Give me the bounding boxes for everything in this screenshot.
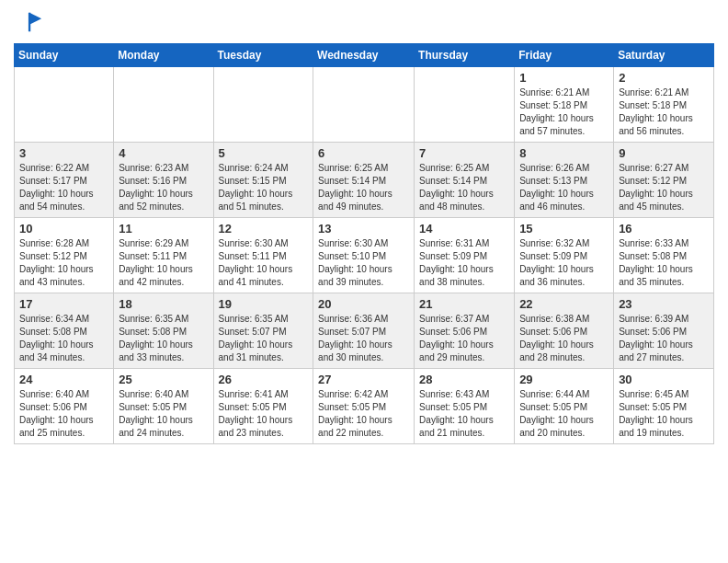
calendar-cell: 5Sunrise: 6:24 AM Sunset: 5:15 PM Daylig… (213, 142, 313, 217)
day-number: 30 (619, 373, 709, 386)
calendar-cell (114, 66, 213, 142)
day-info: Sunrise: 6:25 AM Sunset: 5:14 PM Dayligh… (419, 162, 509, 213)
day-info: Sunrise: 6:24 AM Sunset: 5:15 PM Dayligh… (219, 162, 309, 213)
day-number: 3 (19, 146, 108, 160)
calendar-table: SundayMondayTuesdayWednesdayThursdayFrid… (14, 43, 714, 444)
day-info: Sunrise: 6:36 AM Sunset: 5:07 PM Dayligh… (318, 313, 409, 364)
calendar-day-header: Monday (114, 43, 213, 66)
logo (14, 9, 43, 36)
day-number: 26 (219, 373, 309, 386)
calendar-cell: 15Sunrise: 6:32 AM Sunset: 5:09 PM Dayli… (515, 217, 614, 293)
day-number: 24 (19, 373, 108, 386)
calendar-cell: 27Sunrise: 6:42 AM Sunset: 5:05 PM Dayli… (313, 368, 415, 443)
day-number: 11 (119, 222, 208, 236)
day-number: 12 (219, 222, 309, 236)
calendar-day-header: Tuesday (213, 43, 313, 66)
calendar-cell: 6Sunrise: 6:25 AM Sunset: 5:14 PM Daylig… (313, 142, 415, 217)
page-container: SundayMondayTuesdayWednesdayThursdayFrid… (0, 0, 728, 454)
day-info: Sunrise: 6:21 AM Sunset: 5:18 PM Dayligh… (619, 86, 709, 138)
calendar-day-header: Wednesday (313, 43, 415, 66)
calendar-cell (15, 66, 114, 142)
day-info: Sunrise: 6:30 AM Sunset: 5:10 PM Dayligh… (318, 237, 409, 289)
calendar-cell (415, 66, 515, 142)
day-info: Sunrise: 6:23 AM Sunset: 5:16 PM Dayligh… (119, 162, 208, 213)
calendar-cell: 23Sunrise: 6:39 AM Sunset: 5:06 PM Dayli… (614, 293, 714, 368)
calendar-cell: 20Sunrise: 6:36 AM Sunset: 5:07 PM Dayli… (313, 293, 415, 368)
calendar-cell: 19Sunrise: 6:35 AM Sunset: 5:07 PM Dayli… (213, 293, 313, 368)
day-number: 19 (219, 297, 309, 311)
logo-flag-icon (17, 9, 43, 35)
calendar-cell: 17Sunrise: 6:34 AM Sunset: 5:08 PM Dayli… (15, 293, 114, 368)
calendar-cell: 7Sunrise: 6:25 AM Sunset: 5:14 PM Daylig… (415, 142, 515, 217)
calendar-cell: 30Sunrise: 6:45 AM Sunset: 5:05 PM Dayli… (614, 368, 714, 443)
calendar-header-row: SundayMondayTuesdayWednesdayThursdayFrid… (15, 43, 714, 66)
day-info: Sunrise: 6:44 AM Sunset: 5:05 PM Dayligh… (519, 388, 609, 440)
day-number: 17 (19, 297, 108, 311)
day-info: Sunrise: 6:41 AM Sunset: 5:05 PM Dayligh… (219, 388, 309, 440)
day-info: Sunrise: 6:45 AM Sunset: 5:05 PM Dayligh… (619, 388, 709, 440)
day-info: Sunrise: 6:37 AM Sunset: 5:06 PM Dayligh… (419, 313, 509, 364)
day-number: 28 (419, 373, 509, 386)
calendar-cell: 8Sunrise: 6:26 AM Sunset: 5:13 PM Daylig… (515, 142, 614, 217)
calendar-cell: 1Sunrise: 6:21 AM Sunset: 5:18 PM Daylig… (515, 66, 614, 142)
calendar-week-row: 10Sunrise: 6:28 AM Sunset: 5:12 PM Dayli… (15, 217, 714, 293)
calendar-cell: 29Sunrise: 6:44 AM Sunset: 5:05 PM Dayli… (515, 368, 614, 443)
day-number: 13 (318, 222, 409, 236)
day-info: Sunrise: 6:25 AM Sunset: 5:14 PM Dayligh… (318, 162, 409, 213)
page-header (14, 9, 714, 36)
day-info: Sunrise: 6:42 AM Sunset: 5:05 PM Dayligh… (318, 388, 409, 440)
calendar-cell: 16Sunrise: 6:33 AM Sunset: 5:08 PM Dayli… (614, 217, 714, 293)
calendar-cell: 21Sunrise: 6:37 AM Sunset: 5:06 PM Dayli… (415, 293, 515, 368)
calendar-cell: 13Sunrise: 6:30 AM Sunset: 5:10 PM Dayli… (313, 217, 415, 293)
day-info: Sunrise: 6:30 AM Sunset: 5:11 PM Dayligh… (219, 237, 309, 289)
day-number: 15 (519, 222, 609, 236)
calendar-week-row: 24Sunrise: 6:40 AM Sunset: 5:06 PM Dayli… (15, 368, 714, 443)
day-info: Sunrise: 6:29 AM Sunset: 5:11 PM Dayligh… (119, 237, 208, 289)
day-number: 1 (519, 71, 609, 85)
calendar-cell: 10Sunrise: 6:28 AM Sunset: 5:12 PM Dayli… (15, 217, 114, 293)
day-number: 10 (19, 222, 108, 236)
calendar-cell: 12Sunrise: 6:30 AM Sunset: 5:11 PM Dayli… (213, 217, 313, 293)
day-number: 16 (619, 222, 709, 236)
calendar-cell (313, 66, 415, 142)
day-info: Sunrise: 6:22 AM Sunset: 5:17 PM Dayligh… (19, 162, 108, 213)
day-number: 6 (318, 146, 409, 160)
calendar-cell: 9Sunrise: 6:27 AM Sunset: 5:12 PM Daylig… (614, 142, 714, 217)
day-number: 4 (119, 146, 208, 160)
day-number: 2 (619, 71, 709, 85)
calendar-week-row: 3Sunrise: 6:22 AM Sunset: 5:17 PM Daylig… (15, 142, 714, 217)
calendar-week-row: 1Sunrise: 6:21 AM Sunset: 5:18 PM Daylig… (15, 66, 714, 142)
day-info: Sunrise: 6:26 AM Sunset: 5:13 PM Dayligh… (519, 162, 609, 213)
calendar-day-header: Sunday (15, 43, 114, 66)
day-number: 25 (119, 373, 208, 386)
calendar-cell: 24Sunrise: 6:40 AM Sunset: 5:06 PM Dayli… (15, 368, 114, 443)
day-info: Sunrise: 6:35 AM Sunset: 5:07 PM Dayligh… (219, 313, 309, 364)
day-info: Sunrise: 6:32 AM Sunset: 5:09 PM Dayligh… (519, 237, 609, 289)
day-info: Sunrise: 6:35 AM Sunset: 5:08 PM Dayligh… (119, 313, 208, 364)
day-info: Sunrise: 6:31 AM Sunset: 5:09 PM Dayligh… (419, 237, 509, 289)
svg-marker-0 (29, 13, 41, 25)
day-number: 20 (318, 297, 409, 311)
calendar-cell (213, 66, 313, 142)
day-info: Sunrise: 6:34 AM Sunset: 5:08 PM Dayligh… (19, 313, 108, 364)
day-number: 14 (419, 222, 509, 236)
day-number: 27 (318, 373, 409, 386)
day-info: Sunrise: 6:28 AM Sunset: 5:12 PM Dayligh… (19, 237, 108, 289)
day-info: Sunrise: 6:33 AM Sunset: 5:08 PM Dayligh… (619, 237, 709, 289)
day-info: Sunrise: 6:39 AM Sunset: 5:06 PM Dayligh… (619, 313, 709, 364)
day-info: Sunrise: 6:38 AM Sunset: 5:06 PM Dayligh… (519, 313, 609, 364)
day-number: 8 (519, 146, 609, 160)
day-info: Sunrise: 6:40 AM Sunset: 5:05 PM Dayligh… (119, 388, 208, 440)
calendar-cell: 25Sunrise: 6:40 AM Sunset: 5:05 PM Dayli… (114, 368, 213, 443)
calendar-cell: 18Sunrise: 6:35 AM Sunset: 5:08 PM Dayli… (114, 293, 213, 368)
calendar-cell: 22Sunrise: 6:38 AM Sunset: 5:06 PM Dayli… (515, 293, 614, 368)
calendar-day-header: Friday (515, 43, 614, 66)
logo-general (14, 9, 43, 40)
day-info: Sunrise: 6:40 AM Sunset: 5:06 PM Dayligh… (19, 388, 108, 440)
calendar-cell: 28Sunrise: 6:43 AM Sunset: 5:05 PM Dayli… (415, 368, 515, 443)
day-number: 21 (419, 297, 509, 311)
day-number: 22 (519, 297, 609, 311)
day-info: Sunrise: 6:27 AM Sunset: 5:12 PM Dayligh… (619, 162, 709, 213)
day-number: 18 (119, 297, 208, 311)
calendar-day-header: Thursday (415, 43, 515, 66)
